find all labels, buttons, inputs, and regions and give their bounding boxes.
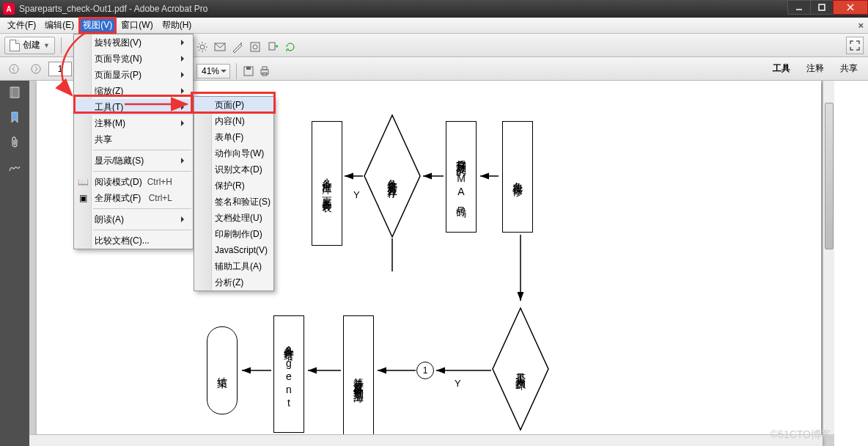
- view-menu-dropdown: 旋转视图(V) 页面导览(N) 页面显示(P) 缩放(Z) 工具(T) 注释(M…: [73, 34, 194, 249]
- readmode-icon: 📖: [77, 176, 89, 188]
- tools-link[interactable]: 工具: [773, 62, 790, 75]
- attachments-icon[interactable]: [7, 135, 22, 150]
- minimize-button[interactable]: [787, 0, 811, 15]
- fullscreen-icon: ▣: [77, 192, 89, 204]
- diamond-human-label: 是否人为损坏: [491, 307, 550, 431]
- svg-rect-28: [262, 67, 267, 70]
- smi-js[interactable]: JavaScript(V): [194, 242, 273, 258]
- mail-icon[interactable]: [214, 41, 226, 53]
- create-button[interactable]: 创建 ▼: [4, 37, 55, 54]
- doc-close-icon[interactable]: ×: [858, 20, 864, 31]
- signatures-icon[interactable]: [7, 160, 22, 175]
- box-free-repair: 免费保修: [502, 121, 533, 233]
- wizard-icon[interactable]: [232, 41, 243, 53]
- smi-page[interactable]: 页面(P): [194, 97, 273, 113]
- mi-compare[interactable]: 比较文档(C)...: [74, 233, 193, 249]
- svg-point-5: [32, 65, 40, 73]
- menu-help[interactable]: 帮助(H): [158, 18, 196, 33]
- create-label: 创建: [23, 39, 40, 51]
- print-icon[interactable]: [259, 65, 271, 77]
- save-icon[interactable]: [243, 65, 254, 77]
- app-icon: A: [3, 3, 15, 15]
- smi-ocr[interactable]: 识别文本(D): [194, 161, 273, 178]
- diamond-stock-label: 备件是否有库存: [363, 114, 422, 238]
- smi-forms[interactable]: 表单(F): [194, 129, 273, 145]
- svg-rect-22: [251, 43, 260, 51]
- prev-page-button[interactable]: [4, 60, 23, 78]
- svg-point-21: [240, 43, 242, 44]
- share-link[interactable]: 共享: [840, 62, 858, 75]
- mi-share[interactable]: 共享: [74, 131, 193, 147]
- toolbar-icons-row-2: 41%: [196, 63, 271, 79]
- svg-rect-24: [269, 43, 275, 50]
- toolbar-icons-row: [196, 41, 296, 53]
- menu-window[interactable]: 窗口(W): [117, 18, 157, 33]
- box-rma: 得到月麦的RMA号码: [446, 121, 477, 233]
- comment-link[interactable]: 注释: [806, 62, 824, 75]
- smi-aux[interactable]: 辅助工具(A): [194, 258, 273, 274]
- export-icon[interactable]: [267, 41, 279, 53]
- mi-tools[interactable]: 工具(T): [74, 99, 193, 115]
- page-icon: [10, 40, 20, 51]
- smi-content[interactable]: 内容(N): [194, 113, 273, 129]
- smi-analyze[interactable]: 分析(Z): [194, 274, 273, 290]
- zoom-combo[interactable]: 41%: [196, 64, 230, 78]
- svg-point-23: [253, 45, 257, 49]
- smi-protect[interactable]: 保护(R): [194, 178, 273, 194]
- mi-readmode[interactable]: 📖阅读模式(D)Ctrl+H: [74, 174, 193, 190]
- connector-circle: 1: [416, 362, 434, 379]
- refresh-icon[interactable]: [284, 41, 296, 53]
- menu-edit[interactable]: 编辑(E): [40, 18, 78, 33]
- box-end: 结束: [207, 326, 238, 414]
- mi-comment[interactable]: 注释(M): [74, 115, 193, 131]
- svg-point-19: [200, 45, 205, 49]
- svg-rect-26: [246, 67, 251, 70]
- tools-submenu: 页面(P) 内容(N) 表单(F) 动作向导(W) 识别文本(D) 保护(R) …: [194, 96, 274, 291]
- y-label-2: Y: [455, 378, 461, 389]
- window-title: Spareparts_check-Out1.pdf - Adobe Acroba…: [19, 4, 865, 14]
- stamp-icon[interactable]: [249, 41, 261, 53]
- mi-zoom[interactable]: 缩放(Z): [74, 83, 193, 99]
- watermark: ©51CTO博客: [770, 428, 831, 442]
- box-agent: 备件寄给Agent: [273, 315, 304, 433]
- horizontal-scrollbar[interactable]: [29, 434, 823, 446]
- close-button[interactable]: [833, 0, 868, 15]
- svg-rect-1: [819, 4, 825, 10]
- scrollbar-thumb[interactable]: [825, 103, 834, 249]
- thumbnails-icon[interactable]: [7, 85, 22, 100]
- expand-button[interactable]: [846, 37, 864, 54]
- mi-display[interactable]: 页面显示(P): [74, 67, 193, 83]
- titlebar: A Spareparts_check-Out1.pdf - Adobe Acro…: [0, 0, 868, 18]
- diamond-stock: 备件是否有库存: [363, 114, 422, 238]
- mi-readaloud[interactable]: 朗读(A): [74, 211, 193, 227]
- mi-showhide[interactable]: 显示/隐藏(S): [74, 153, 193, 169]
- smi-docproc[interactable]: 文档处理(U): [194, 210, 273, 226]
- smi-action[interactable]: 动作向导(W): [194, 145, 273, 161]
- mi-fullscreen[interactable]: ▣全屏模式(F)Ctrl+L: [74, 190, 193, 206]
- mi-nav[interactable]: 页面导览(N): [74, 51, 193, 67]
- menu-file[interactable]: 文件(F): [3, 18, 40, 33]
- vertical-scrollbar[interactable]: [823, 81, 834, 434]
- y-label-1: Y: [353, 189, 360, 200]
- menubar: 文件(F) 编辑(E) 视图(V) 窗口(W) 帮助(H) ×: [0, 18, 868, 34]
- page-number-input[interactable]: [48, 62, 72, 76]
- diamond-human: 是否人为损坏: [491, 307, 550, 431]
- box-outstock: 备件出库，更新备件表: [312, 121, 342, 246]
- smi-sign[interactable]: 签名和验证(S): [194, 194, 273, 210]
- nav-pane: [0, 81, 29, 446]
- menu-view[interactable]: 视图(V): [78, 17, 117, 34]
- svg-point-4: [10, 65, 18, 73]
- window-buttons: [788, 0, 868, 15]
- box-wait: 等待月麦将备件寄到上海: [343, 315, 374, 440]
- next-page-button[interactable]: [26, 60, 45, 78]
- maximize-button[interactable]: [810, 0, 834, 15]
- smi-print[interactable]: 印刷制作(D): [194, 226, 273, 242]
- svg-rect-7: [12, 87, 19, 98]
- zoom-value: 41%: [202, 66, 219, 76]
- gear-icon[interactable]: [196, 41, 208, 53]
- bookmarks-icon[interactable]: [7, 110, 22, 125]
- mi-rotate[interactable]: 旋转视图(V): [74, 34, 193, 51]
